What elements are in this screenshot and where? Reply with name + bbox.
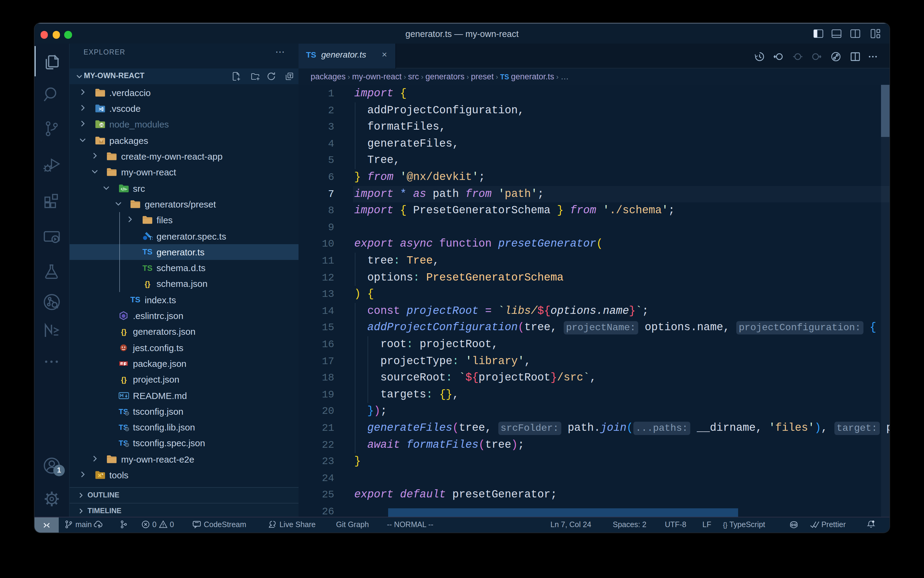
svg-text:TS: TS — [130, 295, 140, 304]
svg-text:{}: {} — [121, 375, 126, 383]
svg-text:TS: TS — [142, 263, 152, 272]
svg-text:JS: JS — [100, 124, 103, 127]
svg-text:{}: {} — [144, 280, 150, 288]
svg-text:TS: TS — [142, 247, 152, 257]
svg-text:{}: {} — [121, 328, 126, 336]
svg-text:TS: TS — [149, 236, 152, 241]
